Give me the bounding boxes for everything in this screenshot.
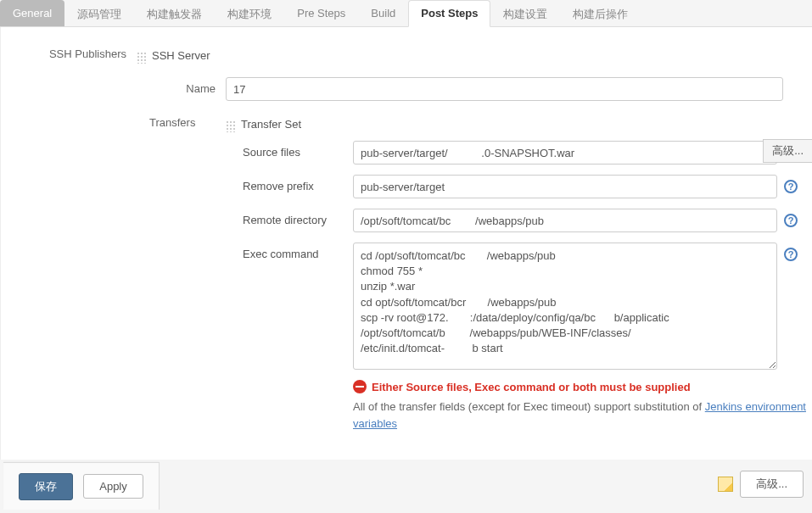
remote-directory-input[interactable] (353, 209, 777, 232)
tab-triggers[interactable]: 构建触发器 (134, 0, 215, 26)
tab-scm[interactable]: 源码管理 (64, 0, 134, 26)
transfer-set-heading: Transfer Set (241, 118, 301, 131)
ssh-publishers-label: SSH Publishers (1, 44, 137, 60)
transfers-label: Transfers (149, 113, 226, 129)
exec-command-textarea[interactable] (353, 243, 777, 370)
help-icon[interactable]: ? (784, 248, 798, 261)
advanced-button-top[interactable]: 高级... (763, 139, 812, 163)
help-icon[interactable]: ? (784, 214, 798, 227)
ssh-name-input[interactable] (226, 77, 783, 101)
advanced-button-bottom[interactable]: 高级... (740, 471, 804, 498)
bottom-action-bar: 保存 Apply (3, 462, 160, 510)
ssh-name-label: Name (1, 77, 226, 95)
source-files-label: Source files (243, 141, 353, 159)
apply-button[interactable]: Apply (83, 474, 143, 499)
tab-post-build[interactable]: 构建后操作 (560, 0, 641, 26)
tab-general[interactable]: General (0, 0, 64, 26)
config-tabs: General 源码管理 构建触发器 构建环境 Pre Steps Build … (0, 0, 812, 27)
note-icon[interactable] (718, 477, 733, 492)
post-steps-panel: SSH Publishers SSH Server Name 高级... Tra… (0, 27, 812, 460)
drag-handle-icon[interactable] (137, 52, 147, 64)
tab-build[interactable]: Build (358, 0, 408, 26)
tab-post-steps[interactable]: Post Steps (408, 0, 490, 27)
tab-env[interactable]: 构建环境 (215, 0, 284, 26)
remote-directory-label: Remote directory (243, 209, 353, 226)
tab-pre-steps[interactable]: Pre Steps (284, 0, 358, 26)
hint-text: All of the transfer fields (except for E… (353, 399, 812, 432)
source-files-input[interactable] (353, 141, 777, 164)
tab-build-settings[interactable]: 构建设置 (490, 0, 560, 26)
help-icon[interactable]: ? (784, 180, 798, 193)
error-icon (353, 380, 367, 393)
error-message: Either Source files, Exec command or bot… (372, 381, 691, 393)
remove-prefix-input[interactable] (353, 175, 777, 198)
save-button[interactable]: 保存 (19, 473, 73, 500)
drag-handle-icon[interactable] (226, 120, 236, 132)
remove-prefix-label: Remove prefix (243, 175, 353, 192)
ssh-server-heading: SSH Server (152, 49, 210, 62)
exec-command-label: Exec command (243, 243, 353, 260)
